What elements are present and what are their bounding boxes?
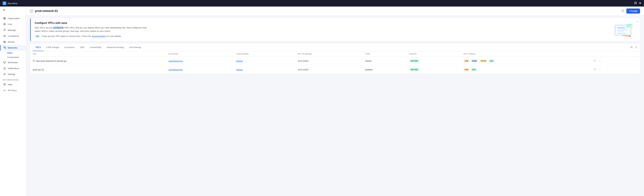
row-more-button[interactable]: ⋮	[598, 59, 602, 63]
tip-text-after: for more details.	[106, 35, 122, 37]
account-link[interactable]: sharedservices	[168, 60, 183, 62]
close-banner-button[interactable]: ×	[636, 20, 638, 24]
sidebar-item-notifications[interactable]: Notifications	[0, 65, 26, 71]
row-actions: ⋮	[593, 68, 638, 72]
compliance-icon	[3, 34, 6, 37]
filter-icon[interactable]	[630, 46, 633, 49]
tab-vpcs[interactable]: VPCs	[33, 44, 44, 51]
tab-advanced-routing[interactable]: Advanced Routing	[104, 44, 126, 51]
row-actions-cell: ⋮	[590, 57, 640, 65]
tab-exclusions[interactable]: Exclusions	[62, 44, 77, 51]
banner-illustration	[610, 21, 636, 38]
cidr-link[interactable]: default	[236, 60, 242, 62]
vpc-ip-range-cell: 10.0.0.0/22	[295, 57, 362, 65]
svg-point-39	[629, 36, 630, 37]
tabs: VPCs CIDR Ranges Exclusions DNS Connecti…	[33, 44, 144, 51]
account-cell: sharedservices	[166, 57, 234, 65]
svg-line-20	[4, 47, 6, 47]
settings-icon	[3, 73, 6, 76]
svg-point-44	[631, 47, 631, 47]
sidebar-item-api-docs[interactable]: API Docs	[0, 87, 26, 93]
svg-point-46	[632, 48, 632, 48]
info-button[interactable]	[622, 9, 624, 13]
wastage-icon	[3, 29, 6, 31]
sidebar: Organization Cost Wastage	[0, 6, 26, 196]
config-badge-cfl: CFL	[489, 59, 495, 62]
svg-rect-34	[617, 29, 628, 29]
sidebar-item-wastage[interactable]: Wastage	[0, 27, 26, 33]
sidebar-item-help[interactable]: Help	[0, 82, 26, 87]
svg-rect-1	[636, 2, 637, 3]
col-actions	[590, 51, 640, 57]
svg-rect-36	[617, 31, 624, 32]
networks-sub-nav: Hubs Connections	[0, 51, 26, 59]
sidebar-sub-item-hubs[interactable]: Hubs	[7, 51, 26, 55]
sidebar-item-networks[interactable]: Networks	[0, 45, 26, 51]
tabs-row: VPCs CIDR Ranges Exclusions DNS Connecti…	[30, 44, 640, 51]
col-account: ACCOUNT	[166, 51, 234, 57]
topbar: S stax-demo	[0, 0, 644, 6]
sidebar-item-label: Compliance	[8, 35, 19, 37]
account-link[interactable]: sharedservices	[168, 68, 183, 71]
page-header-right: + Create	[622, 8, 640, 13]
banner-title: Configure VPCs with ease	[35, 21, 149, 24]
identity-icon	[3, 40, 6, 43]
status-cell: ACTIVE	[406, 57, 461, 65]
sidebar-item-organization[interactable]: Organization	[0, 15, 26, 21]
tab-connectivity[interactable]: Connectivity	[87, 44, 104, 51]
sidebar-sub-item-connections[interactable]: Connections	[7, 55, 26, 59]
tab-dns[interactable]: DNS	[77, 44, 87, 51]
tip-text-before: There are four VPC types to choose from.…	[42, 35, 92, 37]
notifications-icon	[3, 67, 6, 70]
sidebar-item-workloads[interactable]: Workloads	[0, 59, 26, 65]
svg-rect-16	[4, 47, 5, 48]
config-badge-cfl: CFL	[471, 68, 477, 71]
vpc-ip-range-cell: 10.0.4.0/23	[295, 65, 362, 74]
banner-content: Configure VPCs with ease Stax VPCs are p…	[35, 21, 149, 38]
row-settings-button[interactable]	[593, 68, 597, 72]
sidebar-collapse-btn[interactable]	[0, 6, 26, 14]
svg-point-12	[4, 23, 6, 25]
sidebar-item-label: Settings	[8, 73, 16, 76]
svg-point-25	[4, 74, 5, 75]
row-more-button[interactable]: ⋮	[598, 68, 602, 72]
sidebar-item-settings[interactable]: Settings	[0, 71, 26, 77]
create-button[interactable]: + Create	[626, 8, 640, 13]
svg-point-59	[594, 69, 595, 70]
main-content: ← prod-network-01 + Create Configure VPC…	[26, 6, 644, 196]
col-vpc: VPC	[30, 51, 166, 57]
networks-icon	[3, 46, 6, 49]
svg-line-19	[4, 47, 4, 47]
grid-icon[interactable]	[634, 2, 637, 5]
svg-rect-37	[617, 33, 626, 34]
svg-rect-3	[636, 3, 637, 4]
svg-rect-15	[4, 47, 4, 47]
row-actions-cell: ⋮	[590, 65, 640, 74]
table-row: stax-prod-network-01-transit-vpc shareds…	[30, 57, 640, 65]
svg-rect-33	[617, 27, 625, 28]
col-status: STATUS	[406, 51, 461, 57]
sidebar-item-identity[interactable]: Identity	[0, 39, 26, 45]
documentation-link[interactable]: documentation	[92, 35, 106, 37]
tip-badge: Tip	[35, 35, 40, 38]
sidebar-item-compliance[interactable]: Compliance	[0, 33, 26, 39]
svg-rect-43	[627, 27, 630, 27]
sidebar-item-cost[interactable]: Cost	[0, 21, 26, 27]
back-button[interactable]: ←	[30, 9, 33, 12]
config-badge-vpgw: VPGW	[479, 59, 487, 62]
type-cell: Transit	[362, 57, 406, 65]
vpc-name-cell: stax-prod-network-01-transit-vpc	[30, 57, 166, 65]
svg-rect-41	[627, 25, 632, 25]
sidebar-item-label: Organization	[8, 17, 20, 20]
row-settings-button[interactable]	[593, 59, 597, 63]
user-settings-icon[interactable]	[639, 2, 642, 5]
col-cidr-range: CIDR RANGE	[234, 51, 295, 57]
row-actions: ⋮	[593, 59, 638, 63]
tab-cidr-ranges[interactable]: CIDR Ranges	[44, 44, 62, 51]
list-view-icon[interactable]	[635, 46, 638, 49]
cidr-link[interactable]: default	[236, 68, 242, 71]
svg-rect-11	[5, 18, 6, 19]
tab-hub-peering[interactable]: Hub Peering	[126, 44, 144, 51]
status-badge: ACTIVE	[409, 68, 420, 71]
table-header-row: VPC ACCOUNT CIDR RANGE VPC IP RANGE TYPE…	[30, 51, 640, 57]
